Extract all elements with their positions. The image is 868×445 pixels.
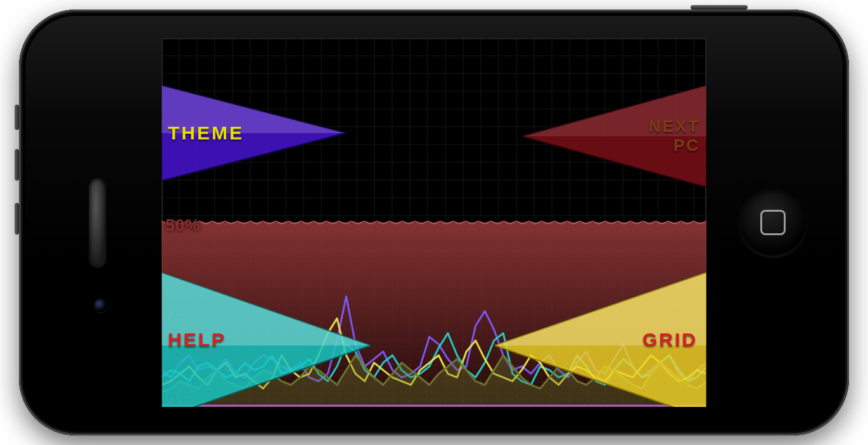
next-pc-button-label: NextPC [649,117,700,155]
power-button[interactable] [691,5,748,10]
earpiece-speaker [89,178,106,267]
grid-button[interactable]: Grid [495,273,706,407]
theme-button-label: Theme [168,122,244,144]
mute-switch[interactable] [15,105,19,130]
app-screen[interactable]: 75% 50% 25% 0% Theme NextPC Hel [162,38,706,407]
home-button[interactable] [738,188,808,257]
grid-button-label: Grid [642,329,698,351]
phone-frame: 75% 50% 25% 0% Theme NextPC Hel [19,10,849,435]
volume-up-button[interactable] [15,203,19,235]
volume-down-button[interactable] [15,149,19,181]
theme-button[interactable]: Theme [162,86,345,181]
front-camera [94,299,108,313]
help-button-label: Help [168,329,226,351]
home-icon [760,210,786,235]
ytick-50: 50% [165,216,200,235]
help-button[interactable]: Help [162,273,371,407]
next-pc-button[interactable]: NextPC [523,86,706,187]
